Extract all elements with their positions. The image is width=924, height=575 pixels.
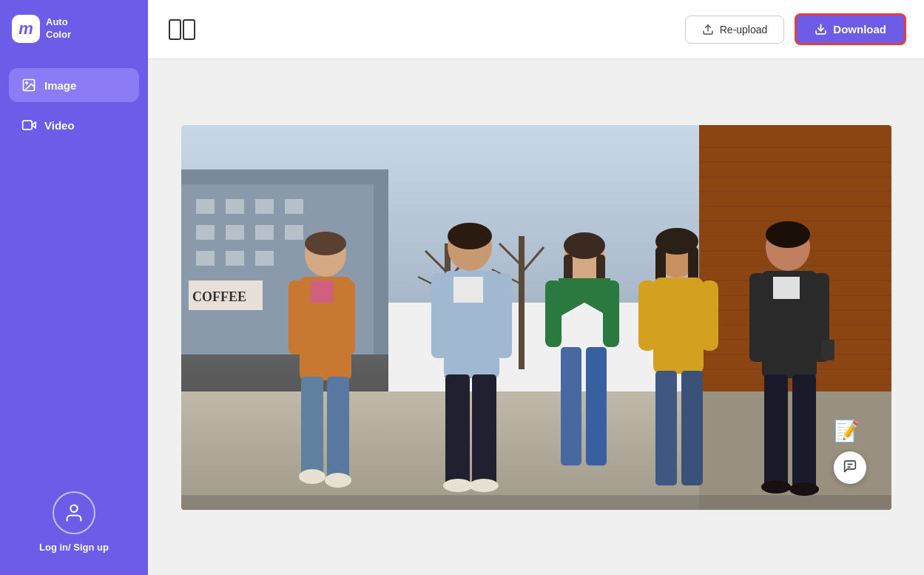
- sidebar-image-label: Image: [44, 79, 76, 92]
- download-label: Download: [833, 23, 886, 36]
- svg-rect-89: [603, 280, 619, 347]
- main-area: Re-upload Download: [148, 0, 924, 575]
- svg-rect-17: [226, 225, 244, 240]
- svg-rect-67: [340, 280, 355, 354]
- svg-rect-90: [561, 347, 581, 465]
- toolbar-right: Re-upload Download: [685, 13, 906, 45]
- svg-rect-97: [638, 280, 656, 351]
- svg-rect-21: [226, 251, 244, 266]
- svg-rect-12: [196, 199, 215, 214]
- svg-point-102: [766, 221, 810, 248]
- svg-rect-112: [181, 495, 891, 510]
- floating-notepad-icon: 📝: [834, 419, 862, 447]
- svg-rect-14: [255, 199, 274, 214]
- svg-rect-13: [226, 199, 244, 214]
- svg-rect-69: [327, 377, 349, 480]
- svg-point-71: [325, 473, 351, 488]
- svg-rect-108: [764, 374, 788, 489]
- svg-rect-91: [586, 347, 607, 465]
- svg-point-81: [469, 479, 499, 492]
- svg-point-80: [443, 479, 473, 492]
- svg-rect-88: [545, 280, 562, 347]
- svg-rect-66: [289, 280, 303, 354]
- svg-point-73: [448, 223, 492, 249]
- sidebar-item-video[interactable]: Video: [9, 108, 139, 142]
- svg-rect-96: [653, 278, 704, 374]
- svg-rect-109: [792, 374, 816, 489]
- logo-area: m Auto Color: [0, 15, 148, 65]
- sidebar: m Auto Color Image Video Log in/: [0, 0, 148, 575]
- svg-rect-2: [23, 121, 33, 130]
- svg-rect-104: [773, 277, 800, 299]
- image-icon: [21, 77, 37, 93]
- svg-point-110: [761, 480, 791, 494]
- toolbar: Re-upload Download: [148, 0, 924, 59]
- download-button[interactable]: Download: [795, 13, 906, 45]
- svg-rect-100: [681, 371, 703, 485]
- svg-rect-6: [183, 20, 195, 39]
- reupload-button[interactable]: Re-upload: [685, 16, 785, 44]
- svg-rect-78: [445, 374, 470, 489]
- svg-point-63: [305, 232, 346, 255]
- logo-text: Auto Color: [46, 16, 71, 41]
- svg-rect-15: [285, 199, 303, 214]
- svg-rect-19: [285, 225, 303, 240]
- video-icon: [21, 117, 37, 133]
- svg-rect-79: [472, 374, 496, 489]
- svg-rect-77: [496, 273, 512, 358]
- svg-rect-105: [749, 273, 766, 362]
- svg-rect-107: [821, 340, 834, 360]
- svg-rect-16: [196, 225, 215, 240]
- logo-icon: m: [12, 15, 40, 43]
- main-image: COFFEE: [181, 125, 891, 510]
- svg-rect-5: [169, 20, 181, 39]
- reupload-label: Re-upload: [720, 24, 768, 36]
- svg-point-70: [299, 469, 326, 484]
- sidebar-item-image[interactable]: Image: [9, 68, 139, 102]
- svg-rect-18: [255, 225, 274, 240]
- svg-point-4: [70, 505, 77, 512]
- svg-text:COFFEE: COFFEE: [192, 289, 246, 304]
- svg-rect-65: [311, 280, 333, 303]
- image-container: COFFEE: [181, 125, 891, 510]
- svg-rect-20: [196, 251, 215, 266]
- svg-rect-98: [701, 280, 718, 351]
- user-login-label[interactable]: Log in/ Sign up: [39, 542, 109, 553]
- svg-rect-68: [301, 377, 323, 480]
- svg-rect-76: [431, 273, 448, 358]
- svg-rect-99: [655, 371, 677, 485]
- split-view-button[interactable]: [166, 13, 198, 46]
- user-avatar[interactable]: [53, 491, 95, 534]
- svg-rect-22: [255, 251, 274, 266]
- reupload-icon: [702, 24, 714, 36]
- sidebar-video-label: Video: [44, 119, 75, 132]
- user-area: Log in/ Sign up: [39, 491, 109, 553]
- svg-point-111: [789, 482, 819, 496]
- svg-point-1: [26, 82, 28, 84]
- content-area: COFFEE: [148, 59, 924, 575]
- floating-chat-button[interactable]: [834, 451, 866, 484]
- svg-rect-75: [453, 277, 483, 303]
- chat-icon: [842, 460, 858, 476]
- download-icon: [815, 23, 827, 36]
